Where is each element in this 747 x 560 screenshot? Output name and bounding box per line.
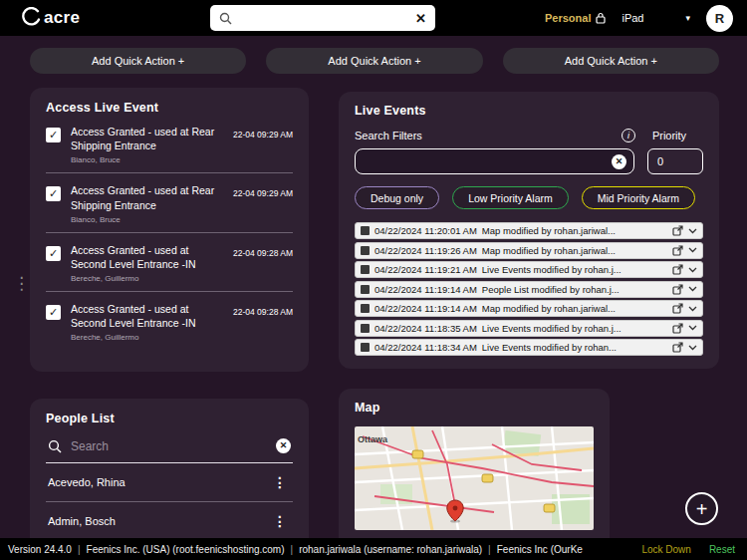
dashboard-page: acre ✕ Personal iPad ▾ R Add Quick Actio…	[0, 0, 747, 560]
clear-search-icon[interactable]: ✕	[276, 438, 291, 453]
filter-search-input[interactable]	[363, 154, 612, 168]
people-list-panel: People List ✕ Acevedo, Rhina ⋮ Admin, Bo…	[30, 399, 309, 550]
access-event-row[interactable]: ✓ Access Granted - used at Rear Shipping…	[46, 115, 293, 173]
separator: |	[78, 544, 81, 555]
info-icon[interactable]: i	[622, 129, 635, 142]
event-timestamp: 04/22/2024 11:19:21 AM	[374, 264, 477, 275]
live-event-row[interactable]: 04/22/2024 11:19:14 AM Map modified by r…	[355, 300, 703, 317]
access-event-text: Access Granted - used at Second Level En…	[71, 302, 223, 342]
checkbox-checked-icon[interactable]: ✓	[46, 128, 61, 142]
event-message: People List modified by rohan.j...	[482, 284, 667, 295]
event-timestamp: 04/22/2024 11:19:14 AM	[374, 303, 477, 314]
external-link-icon[interactable]	[672, 284, 683, 295]
access-event-title: Access Granted - used at Second Level En…	[71, 243, 223, 271]
people-list-title: People List	[46, 412, 293, 425]
live-event-row[interactable]: 04/22/2024 11:19:14 AM People List modif…	[355, 281, 703, 298]
chevron-down-icon[interactable]	[688, 286, 697, 292]
external-link-icon[interactable]	[672, 342, 683, 353]
add-quick-action-button-1[interactable]: Add Quick Action +	[30, 48, 246, 74]
chevron-down-icon[interactable]: ▾	[685, 13, 690, 23]
filter-search-box[interactable]: ✕	[355, 148, 634, 174]
clear-filter-icon[interactable]: ✕	[612, 154, 626, 169]
filter-pills-row: Debug only Low Priority Alarm Mid Priori…	[355, 186, 703, 209]
checkbox-checked-icon[interactable]: ✓	[46, 305, 61, 320]
person-name: Acevedo, Rhina	[48, 476, 125, 488]
add-quick-action-button-2[interactable]: Add Quick Action +	[266, 48, 482, 74]
people-search-input[interactable]	[71, 439, 267, 453]
acre-logo[interactable]: acre	[22, 7, 80, 28]
live-events-list: 04/22/2024 11:20:01 AM Map modified by r…	[355, 222, 703, 358]
chevron-down-icon[interactable]	[688, 325, 697, 331]
person-row[interactable]: Admin, Bosch ⋮	[46, 502, 293, 541]
people-search-box[interactable]: ✕	[46, 429, 293, 463]
live-events-panel: Live Events Search Filters i Priority ✕ …	[339, 92, 719, 369]
event-timestamp: 04/22/2024 11:20:01 AM	[374, 225, 477, 236]
live-event-row[interactable]: 04/22/2024 11:19:26 AM Map modified by r…	[355, 242, 703, 259]
org-instance-label: Feenics Inc (OurKe	[497, 544, 632, 555]
lock-icon	[596, 12, 606, 24]
access-event-row[interactable]: ✓ Access Granted - used at Second Level …	[46, 292, 293, 350]
map-canvas[interactable]: Ottawa	[355, 426, 594, 530]
global-search-box[interactable]: ✕	[210, 5, 435, 31]
kebab-menu-icon[interactable]: ⋮	[269, 514, 291, 528]
acre-logo-text: acre	[44, 8, 80, 28]
live-events-inputs-row: ✕	[355, 148, 703, 174]
person-row[interactable]: Acevedo, Rhina ⋮	[46, 463, 293, 502]
access-event-row[interactable]: ✓ Access Granted - used at Rear Shipping…	[46, 173, 293, 232]
live-event-row[interactable]: 04/22/2024 11:18:35 AM Live Events modif…	[355, 320, 703, 337]
priority-label: Priority	[635, 130, 703, 141]
checkbox-checked-icon[interactable]: ✓	[46, 246, 61, 261]
chevron-down-icon[interactable]	[688, 247, 697, 253]
access-event-text: Access Granted - used at Rear Shipping E…	[71, 183, 223, 223]
live-events-label-row: Search Filters i Priority	[355, 129, 703, 142]
lock-down-button[interactable]: Lock Down	[641, 544, 690, 555]
event-message: Live Events modified by rohan...	[482, 342, 667, 353]
external-link-icon[interactable]	[672, 264, 683, 275]
user-avatar[interactable]: R	[706, 5, 733, 32]
access-live-event-panel: Access Live Event ✓ Access Granted - use…	[30, 88, 309, 372]
access-event-time: 22-04 09:28 AM	[233, 307, 293, 317]
external-link-icon[interactable]	[672, 303, 683, 314]
reset-button[interactable]: Reset	[709, 544, 735, 555]
drag-handle-icon[interactable]: ⋮	[13, 275, 30, 294]
event-marker-icon	[361, 246, 370, 255]
external-link-icon[interactable]	[672, 323, 683, 334]
event-timestamp: 04/22/2024 11:18:34 AM	[374, 342, 477, 353]
event-message: Live Events modified by rohan.j...	[482, 323, 667, 334]
kebab-menu-icon[interactable]: ⋮	[269, 475, 291, 489]
chevron-down-icon[interactable]	[688, 306, 697, 312]
search-icon	[219, 12, 232, 25]
priority-input[interactable]	[647, 148, 703, 174]
filter-mid-priority-alarm-button[interactable]: Mid Priority Alarm	[582, 186, 695, 209]
search-filters-label: Search Filters	[355, 130, 422, 141]
access-event-title: Access Granted - used at Second Level En…	[71, 302, 223, 330]
global-search-input[interactable]	[239, 11, 408, 25]
logged-in-user-label: rohan.jariwala (username: rohan.jariwala…	[299, 544, 482, 555]
search-clear-icon[interactable]: ✕	[415, 12, 426, 25]
chevron-down-icon[interactable]	[688, 345, 697, 351]
checkbox-checked-icon[interactable]: ✓	[46, 186, 61, 201]
live-events-title: Live Events	[355, 104, 703, 118]
event-message: Map modified by rohan.jariwal...	[482, 303, 667, 314]
top-bar: acre ✕ Personal iPad ▾ R	[0, 0, 747, 36]
access-event-text: Access Granted - used at Second Level En…	[71, 243, 223, 283]
live-event-row[interactable]: 04/22/2024 11:19:21 AM Live Events modif…	[355, 261, 703, 278]
filter-low-priority-alarm-button[interactable]: Low Priority Alarm	[452, 186, 569, 209]
add-quick-action-button-3[interactable]: Add Quick Action +	[503, 48, 719, 74]
filter-debug-only-button[interactable]: Debug only	[355, 186, 439, 209]
external-link-icon[interactable]	[672, 225, 683, 236]
device-selector-label[interactable]: iPad	[622, 12, 643, 24]
live-event-row[interactable]: 04/22/2024 11:20:01 AM Map modified by r…	[355, 222, 703, 239]
personal-label[interactable]: Personal	[545, 12, 591, 24]
access-event-person: Bianco, Bruce	[71, 215, 223, 224]
add-fab-button[interactable]: +	[685, 492, 718, 525]
external-link-icon[interactable]	[672, 245, 683, 256]
access-event-title: Access Granted - used at Rear Shipping E…	[71, 183, 223, 211]
chevron-down-icon[interactable]	[688, 267, 697, 273]
event-marker-icon	[361, 324, 370, 333]
chevron-down-icon[interactable]	[688, 228, 697, 234]
access-event-row[interactable]: ✓ Access Granted - used at Second Level …	[46, 233, 293, 292]
status-bar: Version 24.4.0 | Feenics Inc. (USA) (roo…	[0, 538, 747, 560]
live-event-row[interactable]: 04/22/2024 11:18:34 AM Live Events modif…	[355, 339, 703, 356]
event-marker-icon	[361, 304, 370, 313]
